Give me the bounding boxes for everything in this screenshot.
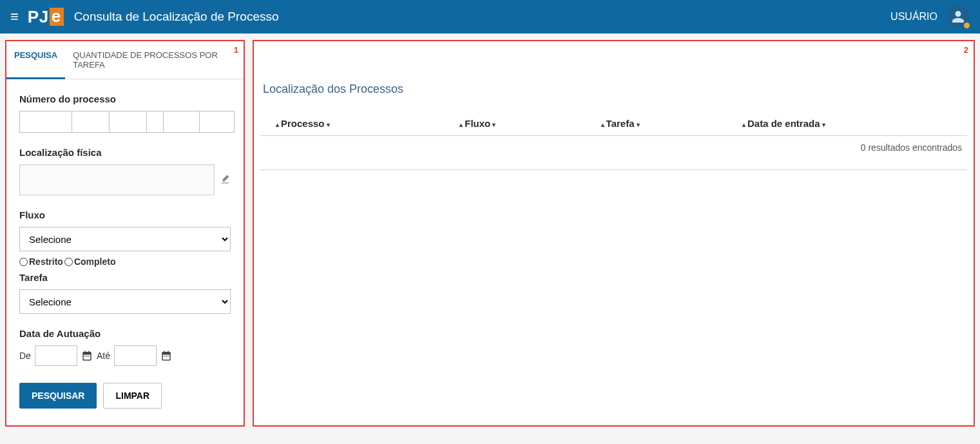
localizacao-input[interactable]: [19, 164, 215, 195]
avatar[interactable]: [946, 5, 970, 28]
results-table: Processo Fluxo Tarefa Data de entrada 0 …: [260, 111, 967, 170]
radio-completo-label: Completo: [74, 256, 116, 267]
col-tarefa[interactable]: Tarefa: [601, 118, 640, 129]
status-dot-icon: [964, 23, 970, 28]
tab-pesquisa[interactable]: PESQUISA: [6, 41, 65, 79]
results-footer: 0 resultados encontrados: [260, 136, 967, 170]
results-panel: 2 Localização dos Processos Processo Flu…: [253, 40, 975, 427]
numero-seg-4[interactable]: [147, 111, 164, 133]
numero-seg-5[interactable]: [164, 111, 200, 133]
numero-processo-label: Número do processo: [19, 93, 231, 104]
numero-seg-1[interactable]: [19, 111, 72, 133]
radio-restrito[interactable]: Restrito: [19, 256, 63, 267]
pesquisar-button[interactable]: PESQUISAR: [19, 383, 97, 409]
col-processo[interactable]: Processo: [276, 118, 330, 129]
numero-seg-3[interactable]: [110, 111, 147, 133]
results-title: Localização dos Processos: [260, 82, 967, 96]
tarefa-label: Tarefa: [19, 272, 231, 283]
page-title: Consulta de Localização de Processo: [74, 10, 279, 24]
numero-processo-segments: [19, 111, 231, 133]
limpar-button[interactable]: LIMPAR: [103, 383, 162, 409]
calendar-icon[interactable]: [81, 350, 93, 362]
date-from-input[interactable]: [35, 345, 77, 366]
logo-accent: e: [50, 8, 64, 26]
app-logo: PJe: [28, 7, 64, 27]
search-panel: 1 PESQUISA QUANTIDADE DE PROCESSOS POR T…: [5, 40, 245, 427]
eraser-icon[interactable]: [220, 173, 231, 188]
numero-seg-2[interactable]: [72, 111, 110, 133]
person-icon: [951, 10, 965, 24]
data-autuacao-label: Data de Autuação: [19, 328, 231, 339]
tabs: PESQUISA QUANTIDADE DE PROCESSOS POR TAR…: [6, 41, 244, 79]
annotation-badge: 1: [234, 45, 238, 55]
col-data-entrada[interactable]: Data de entrada: [742, 118, 825, 129]
radio-restrito-label: Restrito: [29, 256, 63, 267]
date-from-label: De: [19, 351, 31, 361]
tab-quantidade[interactable]: QUANTIDADE DE PROCESSOS POR TAREFA: [65, 41, 244, 79]
app-header: ≡ PJe Consulta de Localização de Process…: [0, 0, 980, 34]
col-fluxo[interactable]: Fluxo: [459, 118, 495, 129]
date-to-input[interactable]: [114, 345, 157, 366]
date-to-label: Até: [97, 351, 110, 361]
fluxo-label: Fluxo: [19, 209, 231, 220]
logo-text: PJ: [28, 7, 49, 27]
user-label[interactable]: USUÁRIO: [890, 11, 937, 23]
annotation-badge: 2: [964, 45, 968, 55]
hamburger-menu-icon[interactable]: ≡: [10, 10, 19, 24]
fluxo-select[interactable]: Selecione: [19, 227, 231, 251]
calendar-icon[interactable]: [160, 350, 172, 362]
localizacao-label: Localização física: [19, 147, 231, 158]
tarefa-select[interactable]: Selecione: [19, 289, 231, 314]
numero-seg-6[interactable]: [200, 111, 235, 133]
radio-completo[interactable]: Completo: [64, 256, 116, 267]
